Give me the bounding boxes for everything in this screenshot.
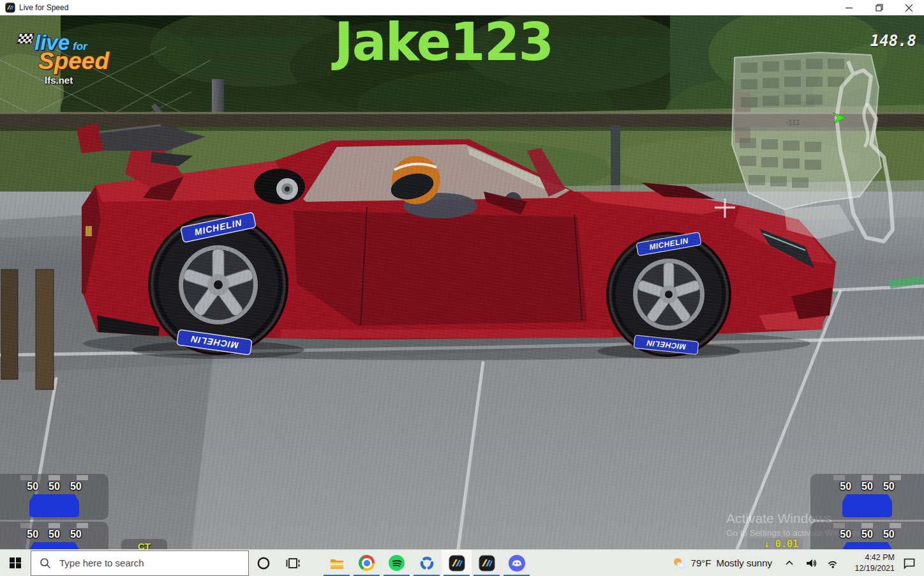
tire-tread-indicator (842, 494, 892, 517)
rear-wheel (152, 218, 285, 351)
tire-tread-indicator (29, 542, 79, 549)
tire-widget-top-left: 50 50 50 (0, 474, 108, 520)
tire-widget-bottom-left: 50 50 50 (0, 522, 108, 549)
lfs-window: Live for Speed (0, 0, 924, 576)
tire-ticks (0, 523, 108, 528)
blue-app-icon (419, 555, 435, 572)
clock-widget[interactable]: 4:42 PM 12/19/2021 (844, 552, 898, 574)
front-wheel (610, 236, 727, 353)
windows-logo-icon (10, 557, 21, 569)
checkered-flag-icon (17, 33, 34, 44)
taskbar-file-explorer[interactable] (322, 550, 352, 576)
minimap-area-label: -111 (786, 118, 800, 127)
wifi-icon (826, 557, 839, 570)
tire-temp: 50 (883, 529, 895, 540)
tire-tread-indicator (842, 542, 892, 549)
tire-temp: 50 (70, 529, 82, 540)
tire-tread-indicator (29, 494, 79, 517)
tire-temp: 50 (840, 529, 851, 540)
cortana-button[interactable] (249, 550, 278, 576)
chrome-icon (359, 555, 375, 571)
tire-temp: 50 (27, 481, 38, 492)
quarter-vent (254, 169, 305, 204)
task-view-button[interactable] (278, 550, 308, 576)
titlebar: Live for Speed (0, 0, 924, 15)
lfs-icon (479, 555, 495, 572)
discord-icon (509, 555, 525, 572)
tray-time: 4:42 PM (847, 552, 895, 563)
tire-temp: 50 (48, 529, 60, 540)
taskbar-spotify[interactable] (382, 550, 412, 576)
ct-label: CT (121, 541, 167, 549)
taskbar: 79°F Mostly sunny (0, 549, 924, 576)
tire-ticks (810, 523, 924, 528)
tire-temp: 50 (883, 481, 895, 492)
tray-overflow-button[interactable] (779, 550, 800, 576)
search-icon (40, 557, 51, 569)
close-button[interactable] (894, 0, 924, 15)
track-minimap: -111 (723, 49, 922, 252)
player-name: Jake123 (334, 16, 553, 68)
hud-digital-readout: ↓ 0.01 0.00 ● (748, 538, 803, 549)
window-title: Live for Speed (19, 3, 68, 12)
cortana-icon (257, 556, 271, 570)
taskbar-discord[interactable] (502, 550, 532, 576)
taskbar-search[interactable] (31, 550, 249, 576)
minimize-button[interactable] (834, 0, 864, 15)
logo-word-speed: Speed (38, 48, 109, 74)
search-input[interactable] (58, 557, 227, 569)
taskbar-lfs-active[interactable] (442, 550, 472, 576)
weather-description: Mostly sunny (716, 557, 772, 568)
logo-site-url: lfs.net (45, 75, 131, 85)
tire-temp: 50 (27, 529, 38, 540)
weather-temperature: 79°F (691, 557, 712, 568)
tire-widget-top-right: 50 50 50 (810, 474, 924, 520)
tire-ticks (0, 475, 108, 480)
weather-widget[interactable]: 79°F Mostly sunny (666, 550, 779, 576)
lfs-logo: livefor Speed lfs.net (17, 32, 131, 85)
readout-line1: ↓ 0.01 (748, 538, 798, 549)
tray-date: 12/19/2021 (847, 563, 895, 574)
start-button[interactable] (0, 550, 31, 576)
tire-temp: 50 (861, 481, 873, 492)
chevron-up-icon (784, 558, 794, 568)
restore-button[interactable] (864, 0, 894, 15)
file-explorer-icon (329, 555, 345, 572)
ct-widget: CT (121, 539, 167, 549)
taskbar-blue-app[interactable] (412, 550, 442, 576)
game-viewport: MICHELIN MICHELIN MICHELIN MICHELIN (0, 15, 924, 549)
notification-icon (903, 557, 916, 569)
tire-temp: 50 (70, 481, 82, 492)
task-view-icon (286, 556, 300, 570)
taskbar-lfs[interactable] (472, 550, 502, 576)
tire-temp: 50 (840, 481, 851, 492)
tire-ticks (810, 475, 924, 480)
system-tray: 79°F Mostly sunny (666, 550, 924, 576)
weather-icon (672, 556, 686, 570)
lfs-icon (449, 555, 465, 572)
network-button[interactable] (822, 550, 844, 576)
tire-temp: 50 (861, 529, 873, 540)
volume-button[interactable] (800, 550, 822, 576)
tire-widget-bottom-right: 50 50 50 (810, 522, 924, 549)
taskbar-chrome[interactable] (352, 550, 382, 576)
spotify-icon (389, 555, 405, 571)
lfs-app-icon (5, 3, 15, 13)
tire-temp: 50 (48, 481, 60, 492)
speaker-icon (805, 557, 817, 570)
fps-counter: 148.8 (870, 32, 916, 50)
action-center-button[interactable] (898, 550, 920, 576)
